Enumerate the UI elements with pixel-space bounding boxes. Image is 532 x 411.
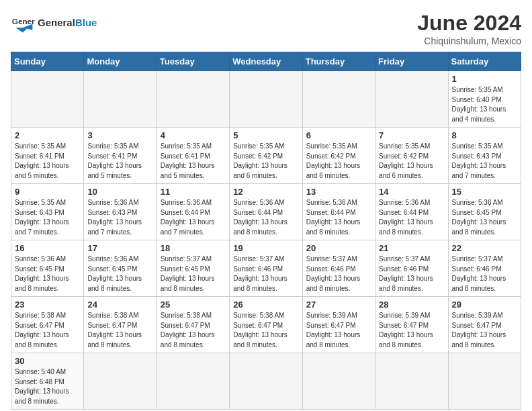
day-of-week-header: Monday: [84, 52, 157, 71]
calendar-cell: 4Sunrise: 5:35 AM Sunset: 6:41 PM Daylig…: [157, 128, 229, 184]
day-number: 19: [233, 243, 298, 253]
day-info: Sunrise: 5:38 AM Sunset: 6:47 PM Dayligh…: [233, 311, 298, 350]
calendar-cell: [230, 71, 302, 128]
calendar-cell: 19Sunrise: 5:37 AM Sunset: 6:46 PM Dayli…: [230, 240, 302, 297]
calendar-cell: 11Sunrise: 5:36 AM Sunset: 6:44 PM Dayli…: [157, 184, 229, 240]
day-info: Sunrise: 5:37 AM Sunset: 6:45 PM Dayligh…: [161, 255, 226, 293]
day-number: 10: [87, 187, 152, 197]
calendar-cell: 29Sunrise: 5:39 AM Sunset: 6:47 PM Dayli…: [448, 297, 521, 353]
calendar-cell: 9Sunrise: 5:35 AM Sunset: 6:43 PM Daylig…: [11, 184, 84, 240]
location-subtitle: Chiquinshulum, Mexico: [417, 36, 521, 46]
day-info: Sunrise: 5:37 AM Sunset: 6:46 PM Dayligh…: [452, 255, 517, 293]
calendar-cell: 1Sunrise: 5:35 AM Sunset: 6:40 PM Daylig…: [448, 71, 521, 128]
calendar-cell: 14Sunrise: 5:36 AM Sunset: 6:44 PM Dayli…: [375, 184, 448, 240]
day-number: 16: [15, 243, 80, 253]
day-info: Sunrise: 5:35 AM Sunset: 6:43 PM Dayligh…: [452, 142, 517, 181]
day-info: Sunrise: 5:36 AM Sunset: 6:45 PM Dayligh…: [15, 255, 80, 293]
day-number: 25: [161, 300, 226, 310]
calendar-cell: 30Sunrise: 5:40 AM Sunset: 6:48 PM Dayli…: [11, 353, 84, 410]
day-info: Sunrise: 5:39 AM Sunset: 6:47 PM Dayligh…: [306, 311, 371, 350]
calendar-cell: [375, 353, 448, 410]
day-info: Sunrise: 5:38 AM Sunset: 6:47 PM Dayligh…: [87, 311, 152, 350]
day-info: Sunrise: 5:35 AM Sunset: 6:42 PM Dayligh…: [306, 142, 371, 181]
day-number: 18: [161, 243, 226, 253]
calendar-cell: [230, 353, 302, 410]
calendar-cell: 10Sunrise: 5:36 AM Sunset: 6:43 PM Dayli…: [84, 184, 157, 240]
day-of-week-header: Sunday: [11, 52, 84, 71]
day-number: 2: [15, 130, 80, 140]
calendar-cell: [302, 71, 375, 128]
page-header: General GeneralBlue June 2024 Chiquinshu…: [11, 11, 521, 46]
day-number: 27: [306, 300, 371, 310]
calendar-cell: [84, 353, 157, 410]
day-info: Sunrise: 5:35 AM Sunset: 6:42 PM Dayligh…: [379, 142, 444, 181]
logo: General GeneralBlue: [11, 11, 97, 35]
day-info: Sunrise: 5:39 AM Sunset: 6:47 PM Dayligh…: [379, 311, 444, 350]
calendar-cell: 8Sunrise: 5:35 AM Sunset: 6:43 PM Daylig…: [448, 128, 521, 184]
title-block: June 2024 Chiquinshulum, Mexico: [417, 11, 521, 46]
day-info: Sunrise: 5:35 AM Sunset: 6:41 PM Dayligh…: [15, 142, 80, 181]
calendar-cell: 7Sunrise: 5:35 AM Sunset: 6:42 PM Daylig…: [375, 128, 448, 184]
day-number: 24: [87, 300, 152, 310]
day-of-week-header: Tuesday: [157, 52, 229, 71]
svg-text:General: General: [12, 17, 35, 26]
day-number: 23: [15, 300, 80, 310]
day-info: Sunrise: 5:36 AM Sunset: 6:44 PM Dayligh…: [379, 198, 444, 237]
day-info: Sunrise: 5:36 AM Sunset: 6:43 PM Dayligh…: [87, 198, 152, 237]
day-number: 7: [379, 130, 444, 140]
day-number: 9: [15, 187, 80, 197]
calendar-cell: 5Sunrise: 5:35 AM Sunset: 6:42 PM Daylig…: [230, 128, 302, 184]
calendar-cell: 13Sunrise: 5:36 AM Sunset: 6:44 PM Dayli…: [302, 184, 375, 240]
day-number: 11: [161, 187, 226, 197]
day-number: 8: [452, 130, 517, 140]
day-info: Sunrise: 5:36 AM Sunset: 6:44 PM Dayligh…: [233, 198, 298, 237]
calendar-cell: 3Sunrise: 5:35 AM Sunset: 6:41 PM Daylig…: [84, 128, 157, 184]
calendar-cell: [157, 353, 229, 410]
day-of-week-header: Thursday: [302, 52, 375, 71]
calendar-cell: 18Sunrise: 5:37 AM Sunset: 6:45 PM Dayli…: [157, 240, 229, 297]
calendar-cell: 24Sunrise: 5:38 AM Sunset: 6:47 PM Dayli…: [84, 297, 157, 353]
calendar-cell: 6Sunrise: 5:35 AM Sunset: 6:42 PM Daylig…: [302, 128, 375, 184]
day-number: 26: [233, 300, 298, 310]
day-number: 5: [233, 130, 298, 140]
calendar-cell: 2Sunrise: 5:35 AM Sunset: 6:41 PM Daylig…: [11, 128, 84, 184]
day-number: 22: [452, 243, 517, 253]
day-number: 13: [306, 187, 371, 197]
calendar-cell: 25Sunrise: 5:38 AM Sunset: 6:47 PM Dayli…: [157, 297, 229, 353]
calendar-cell: 17Sunrise: 5:36 AM Sunset: 6:45 PM Dayli…: [84, 240, 157, 297]
calendar-cell: 21Sunrise: 5:37 AM Sunset: 6:46 PM Dayli…: [375, 240, 448, 297]
day-number: 20: [306, 243, 371, 253]
day-number: 21: [379, 243, 444, 253]
logo-blue: Blue: [75, 17, 97, 28]
day-number: 4: [161, 130, 226, 140]
calendar-table: SundayMondayTuesdayWednesdayThursdayFrid…: [11, 52, 521, 410]
day-info: Sunrise: 5:35 AM Sunset: 6:43 PM Dayligh…: [15, 198, 80, 237]
day-of-week-header: Friday: [375, 52, 448, 71]
day-of-week-header: Saturday: [448, 52, 521, 71]
day-of-week-header: Wednesday: [230, 52, 302, 71]
day-info: Sunrise: 5:37 AM Sunset: 6:46 PM Dayligh…: [233, 255, 298, 293]
calendar-cell: 23Sunrise: 5:38 AM Sunset: 6:47 PM Dayli…: [11, 297, 84, 353]
calendar-cell: 26Sunrise: 5:38 AM Sunset: 6:47 PM Dayli…: [230, 297, 302, 353]
day-number: 28: [379, 300, 444, 310]
day-info: Sunrise: 5:39 AM Sunset: 6:47 PM Dayligh…: [452, 311, 517, 350]
calendar-cell: 15Sunrise: 5:36 AM Sunset: 6:45 PM Dayli…: [448, 184, 521, 240]
calendar-cell: 28Sunrise: 5:39 AM Sunset: 6:47 PM Dayli…: [375, 297, 448, 353]
month-year-title: June 2024: [417, 11, 521, 36]
day-info: Sunrise: 5:35 AM Sunset: 6:41 PM Dayligh…: [87, 142, 152, 181]
calendar-cell: [448, 353, 521, 410]
day-number: 3: [87, 130, 152, 140]
day-info: Sunrise: 5:40 AM Sunset: 6:48 PM Dayligh…: [15, 367, 80, 406]
logo-icon: General: [11, 11, 35, 35]
calendar-cell: [302, 353, 375, 410]
calendar-cell: 27Sunrise: 5:39 AM Sunset: 6:47 PM Dayli…: [302, 297, 375, 353]
day-number: 1: [452, 74, 517, 84]
day-number: 30: [15, 356, 80, 366]
day-info: Sunrise: 5:38 AM Sunset: 6:47 PM Dayligh…: [161, 311, 226, 350]
day-number: 17: [87, 243, 152, 253]
logo-general: General: [38, 17, 75, 28]
day-info: Sunrise: 5:37 AM Sunset: 6:46 PM Dayligh…: [306, 255, 371, 293]
calendar-cell: 20Sunrise: 5:37 AM Sunset: 6:46 PM Dayli…: [302, 240, 375, 297]
day-info: Sunrise: 5:35 AM Sunset: 6:42 PM Dayligh…: [233, 142, 298, 181]
day-number: 6: [306, 130, 371, 140]
